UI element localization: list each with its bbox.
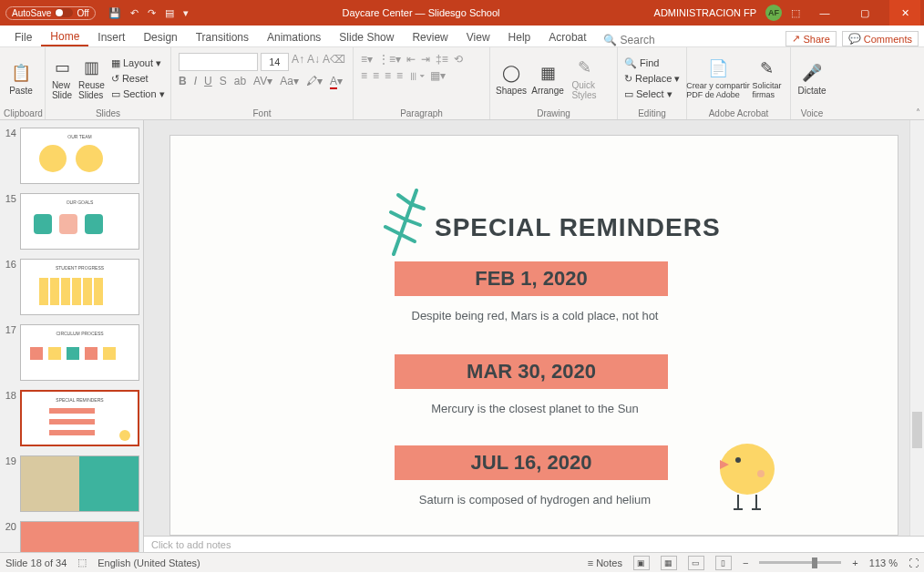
quick-access-toolbar: 💾 ↶ ↷ ▤ ▾ [108,7,189,19]
dictate-button[interactable]: 🎤Dictate [795,49,829,107]
notes-toggle[interactable]: ≡ Notes [588,557,622,568]
slide-canvas[interactable]: SPECIAL REMINDERS FEB 1, 2020 Despite be… [169,135,898,536]
strike-button[interactable]: S [220,75,227,87]
underline-button[interactable]: U [204,75,212,87]
zoom-slider[interactable] [759,561,841,564]
shadow-button[interactable]: ab [234,75,246,87]
reuse-slides-button[interactable]: ▥Reuse Slides [77,49,107,107]
redo-icon[interactable]: ↷ [148,7,156,19]
tab-insert[interactable]: Insert [88,27,134,46]
comments-label: Comments [864,34,912,45]
create-pdf-button[interactable]: 📄Crear y compartir PDF de Adobe [691,49,745,107]
tab-view[interactable]: View [457,27,499,46]
font-group-label: Font [175,107,349,119]
thumb-18[interactable]: 18SPECIAL REMINDERS [4,390,139,446]
tab-acrobat[interactable]: Acrobat [539,27,595,46]
tab-design[interactable]: Design [134,27,186,46]
request-sign-button[interactable]: ✎Solicitar firmas [747,49,786,107]
bold-button[interactable]: B [179,75,187,87]
align-center-button[interactable]: ≡ [373,69,379,82]
tab-file[interactable]: File [5,27,41,46]
bullets-button[interactable]: ≡▾ [361,53,373,66]
clear-format-icon[interactable]: A⌫ [323,53,345,71]
paste-button[interactable]: 📋 Paste [4,49,38,107]
thumb-15[interactable]: 15OUR GOALS [4,193,139,250]
numbering-button[interactable]: ⋮≡▾ [378,53,401,66]
qat-more-icon[interactable]: ▾ [183,7,189,19]
textdir-button[interactable]: ⟲ [454,53,463,66]
highlight-button[interactable]: 🖍▾ [306,75,323,87]
tab-home[interactable]: Home [41,26,88,46]
share-button[interactable]: ↗Share [785,31,836,46]
align-justify-button[interactable]: ≡ [396,69,403,82]
paragraph-group-label: Paragraph [357,107,486,119]
spacing-button[interactable]: AV▾ [253,75,272,87]
clipboard-group-label: Clipboard [4,107,41,119]
ribbon-display-icon[interactable]: ⬚ [791,7,800,19]
font-color-button[interactable]: A▾ [330,75,343,87]
normal-view-button[interactable]: ▣ [633,556,650,570]
reset-button[interactable]: ↺ Reset [108,72,168,86]
indent-dec-button[interactable]: ⇤ [406,53,416,66]
italic-button[interactable]: I [194,75,197,87]
close-button[interactable]: ✕ [889,0,920,26]
replace-button[interactable]: ↻ Replace ▾ [621,72,683,86]
sorter-view-button[interactable]: ▦ [661,556,677,570]
font-family-dropdown[interactable] [179,53,258,71]
section-button[interactable]: ▭ Section ▾ [108,87,168,101]
find-button[interactable]: 🔍 Find [621,56,683,70]
notes-area[interactable]: Click to add notes [144,536,924,552]
linespacing-button[interactable]: ‡≡ [436,53,448,66]
indent-inc-button[interactable]: ⇥ [421,53,430,66]
tab-help[interactable]: Help [499,27,540,46]
vertical-scrollbar[interactable] [909,120,924,536]
thumbnail-panel[interactable]: 14OUR TEAM 15OUR GOALS 16STUDENT PROGRES… [0,120,144,552]
slide-counter: Slide 18 of 34 [5,557,67,568]
zoom-level: 113 % [869,557,898,568]
autosave-switch[interactable] [55,8,73,17]
slides-group-label: Slides [49,107,167,119]
thumb-14[interactable]: 14OUR TEAM [4,128,139,184]
maximize-button[interactable]: ▢ [849,0,880,26]
autosave-toggle[interactable]: AutoSave Off [5,6,96,20]
tab-slideshow[interactable]: Slide Show [330,27,403,46]
svg-point-1 [735,457,741,463]
accessibility-icon[interactable]: ⬚ [77,557,87,568]
undo-icon[interactable]: ↶ [130,7,139,19]
case-button[interactable]: Aa▾ [280,75,299,87]
comments-button[interactable]: 💬Comments [842,31,919,46]
align-right-button[interactable]: ≡ [385,69,391,82]
align-left-button[interactable]: ≡ [361,69,367,82]
new-slide-button[interactable]: ▭New Slide [49,49,75,107]
thumb-16[interactable]: 16STUDENT PROGRESS [4,259,139,315]
reading-view-button[interactable]: ▭ [688,556,704,570]
select-button[interactable]: ▭ Select ▾ [621,87,683,101]
quick-styles-button[interactable]: ✎Quick Styles [567,49,601,107]
font-size-dropdown[interactable]: 14 [261,53,289,71]
thumb-19[interactable]: 19 [4,455,139,512]
thumb-20[interactable]: 20 [4,521,139,552]
collapse-ribbon-button[interactable]: ˄ [916,107,920,118]
arrange-button[interactable]: ▦Arrange [530,49,565,107]
smartart-button[interactable]: ▦▾ [430,69,446,82]
columns-button[interactable]: ⫼▾ [408,69,425,82]
editing-group-label: Editing [621,107,683,119]
decrease-font-icon[interactable]: A↓ [307,53,320,71]
shapes-button[interactable]: ◯Shapes [494,49,529,107]
start-icon[interactable]: ▤ [165,7,174,19]
language-label[interactable]: English (United States) [98,557,200,568]
slideshow-view-button[interactable]: ▯ [715,556,732,570]
tab-animations[interactable]: Animations [258,27,330,46]
increase-font-icon[interactable]: A↑ [292,53,304,71]
zoom-out-button[interactable]: − [743,557,748,568]
minimize-button[interactable]: — [809,0,840,26]
zoom-in-button[interactable]: + [852,557,857,568]
tab-transitions[interactable]: Transitions [187,27,258,46]
fit-button[interactable]: ⛶ [909,557,919,568]
layout-button[interactable]: ▦ Layout ▾ [108,56,168,70]
avatar[interactable]: AF [765,5,782,21]
thumb-17[interactable]: 17CIRCULUM PROCESS [4,324,139,381]
tab-review[interactable]: Review [403,27,457,46]
search-box[interactable]: 🔍 Search [596,34,662,46]
save-icon[interactable]: 💾 [108,7,121,19]
